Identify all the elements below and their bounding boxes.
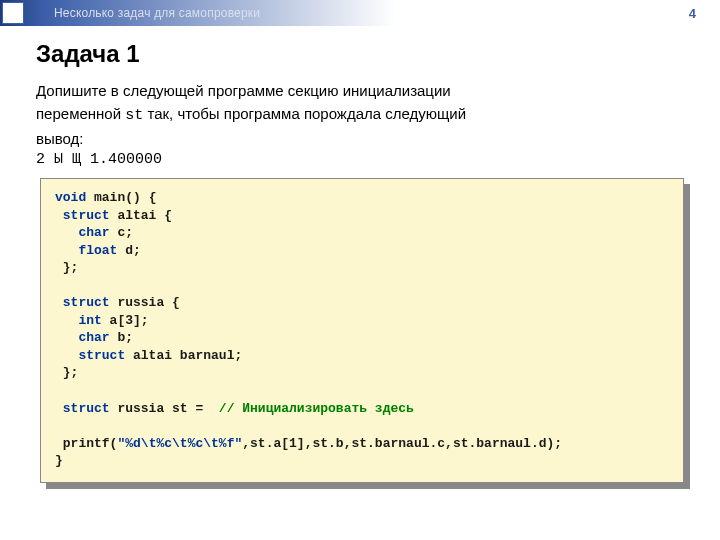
code-l06b: russia { bbox=[110, 295, 180, 310]
code-l13: } bbox=[55, 453, 63, 468]
code-block: void main() { struct altai { char c; flo… bbox=[40, 178, 684, 483]
code-l04b: d; bbox=[117, 243, 140, 258]
kw-struct-1: struct bbox=[55, 208, 110, 223]
kw-int: int bbox=[55, 313, 102, 328]
code-l12a: printf( bbox=[55, 436, 117, 451]
code-l09b: altai barnaul; bbox=[125, 348, 242, 363]
slide-header: Несколько задач для самопроверки 4 bbox=[0, 0, 720, 26]
body-line-2: переменной st так, чтобы программа порож… bbox=[36, 103, 684, 126]
code-block-wrap: void main() { struct altai { char c; flo… bbox=[40, 178, 684, 483]
kw-char-1: char bbox=[55, 225, 110, 240]
kw-struct-3: struct bbox=[55, 348, 125, 363]
code-comment: // Инициализировать здесь bbox=[219, 401, 414, 416]
code-l02b: altai { bbox=[110, 208, 172, 223]
breadcrumb: Несколько задач для самопроверки bbox=[54, 6, 260, 20]
code-l07b: a[3]; bbox=[102, 313, 149, 328]
code-l03b: c; bbox=[110, 225, 133, 240]
task-heading: Задача 1 bbox=[36, 40, 684, 68]
body-line-3: вывод: bbox=[36, 128, 684, 149]
kw-struct-4: struct bbox=[55, 401, 110, 416]
code-l08b: b; bbox=[110, 330, 133, 345]
kw-char-2: char bbox=[55, 330, 110, 345]
code-l12c: ,st.a[1],st.b,st.barnaul.c,st.barnaul.d)… bbox=[242, 436, 562, 451]
slide-content: Задача 1 Допишите в следующей программе … bbox=[0, 26, 720, 483]
kw-float: float bbox=[55, 243, 117, 258]
body-var-st: st bbox=[125, 107, 143, 124]
code-l05: }; bbox=[55, 260, 78, 275]
body-line-1: Допишите в следующей программе секцию ин… bbox=[36, 80, 684, 101]
code-l01b: main() { bbox=[86, 190, 156, 205]
header-logo-square bbox=[2, 2, 24, 24]
body-line-2a: переменной bbox=[36, 105, 125, 122]
code-l11b: russia st = bbox=[110, 401, 219, 416]
kw-void: void bbox=[55, 190, 86, 205]
expected-output: 2 Ы Щ 1.400000 bbox=[36, 151, 684, 168]
header-left: Несколько задач для самопроверки bbox=[0, 0, 260, 26]
kw-struct-2: struct bbox=[55, 295, 110, 310]
body-line-2b: так, чтобы программа порождала следующий bbox=[143, 105, 466, 122]
code-format-string: "%d\t%c\t%c\t%f" bbox=[117, 436, 242, 451]
code-l10: }; bbox=[55, 365, 78, 380]
page-number: 4 bbox=[689, 6, 696, 21]
